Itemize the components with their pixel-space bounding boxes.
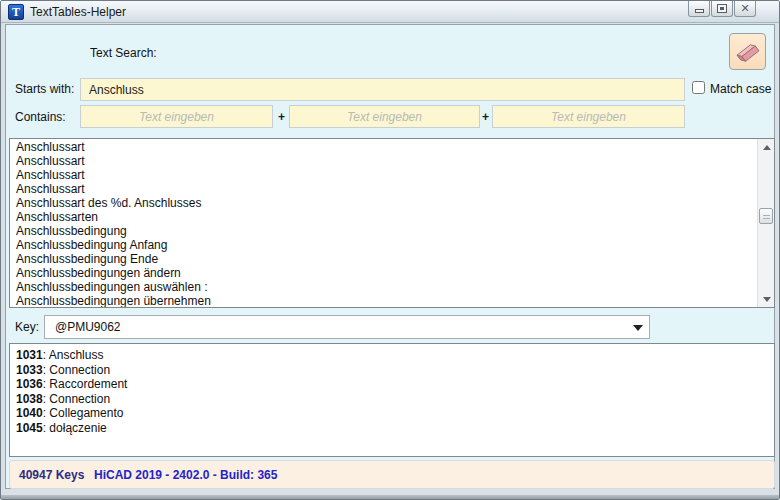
clear-search-button[interactable] (729, 33, 766, 70)
status-version: HiCAD 2019 - 2402.0 - Build: 365 (94, 468, 277, 482)
close-icon: ✕ (740, 3, 749, 14)
contains-input-1[interactable] (80, 105, 273, 128)
translation-item[interactable]: 1033: Connection (10, 363, 774, 378)
list-item[interactable]: Anschlussbedingungen auswählen : (10, 280, 757, 294)
translation-item[interactable]: 1038: Connection (10, 392, 774, 407)
minimize-button[interactable] (688, 1, 710, 17)
translation-item[interactable]: 1040: Collegamento (10, 406, 774, 421)
list-item[interactable]: Anschlussbedingung Ende (10, 252, 757, 266)
list-item[interactable]: Anschlussarten (10, 210, 757, 224)
list-item[interactable]: Anschlussart (10, 168, 757, 182)
contains-input-2[interactable] (289, 105, 480, 128)
translation-item[interactable]: 1045: dołączenie (10, 421, 774, 436)
list-item[interactable]: Anschlussbedingungen übernehmen (10, 294, 757, 308)
translation-item[interactable]: 1031: Anschluss (10, 348, 774, 363)
scrollbar-thumb[interactable] (759, 208, 773, 224)
eraser-icon (734, 38, 762, 66)
list-item[interactable]: Anschlussbedingung (10, 224, 757, 238)
minimize-icon (695, 9, 704, 13)
contains-label: Contains: (15, 110, 66, 124)
starts-with-label: Starts with: (15, 82, 74, 96)
match-case-checkbox[interactable] (692, 81, 705, 94)
translations-list[interactable]: 1031: Anschluss1033: Connection1036: Rac… (9, 343, 775, 457)
arrow-down-icon (763, 297, 771, 302)
key-combobox[interactable]: @PMU9062 (44, 315, 650, 339)
key-combobox-value: @PMU9062 (55, 320, 121, 334)
starts-with-input[interactable] (80, 78, 685, 101)
app-icon: T (8, 4, 24, 20)
chevron-down-icon (633, 325, 643, 331)
plus-separator: + (278, 110, 285, 124)
text-search-label: Text Search: (90, 46, 157, 60)
status-key-count: 40947 Keys (10, 468, 94, 482)
vertical-scrollbar[interactable] (757, 139, 774, 307)
list-item[interactable]: Anschlussart (10, 154, 757, 168)
title-bar[interactable]: T TextTables-Helper ✕ (1, 1, 779, 23)
status-bar: 40947 Keys HiCAD 2019 - 2402.0 - Build: … (9, 460, 775, 489)
scroll-down-button[interactable] (758, 291, 775, 307)
translation-item[interactable]: 1036: Raccordement (10, 377, 774, 392)
plus-separator: + (482, 110, 489, 124)
app-window: T TextTables-Helper ✕ Text Search: Start… (0, 0, 780, 500)
list-item[interactable]: Anschlussart des %d. Anschlusses (10, 196, 757, 210)
key-label: Key: (15, 320, 39, 334)
window-controls: ✕ (687, 1, 756, 17)
arrow-up-icon (763, 145, 771, 150)
match-case-label: Match case (710, 82, 771, 96)
search-results-list[interactable]: AnschlussartAnschlussartAnschlussartAnsc… (9, 138, 775, 308)
scroll-up-button[interactable] (758, 139, 775, 155)
list-item[interactable]: Anschlussart (10, 140, 757, 154)
maximize-button[interactable] (711, 1, 733, 17)
close-button[interactable]: ✕ (734, 1, 756, 17)
list-item[interactable]: Anschlussbedingung Anfang (10, 238, 757, 252)
content-area: Text Search: Starts with: Match case Con… (5, 24, 775, 489)
list-item[interactable]: Anschlussbedingungen ändern (10, 266, 757, 280)
window-title: TextTables-Helper (30, 5, 126, 19)
contains-input-3[interactable] (492, 105, 685, 128)
list-item[interactable]: Anschlussart (10, 182, 757, 196)
maximize-icon (717, 4, 727, 13)
